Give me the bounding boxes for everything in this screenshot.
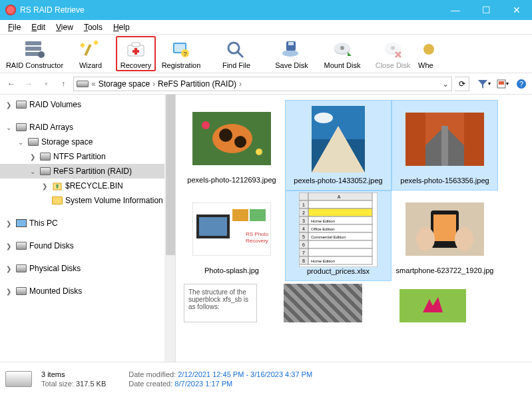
file-item[interactable]: smartphone-623722_1920.jpg: [392, 191, 498, 281]
svg-rect-63: [308, 200, 372, 208]
raid-icon: [24, 39, 45, 60]
breadcrumb[interactable]: « Storage space › ReFS Partition (RAID) …: [73, 77, 452, 91]
svg-rect-93: [433, 214, 456, 241]
file-name: smartphone-623722_1920.jpg: [396, 266, 494, 274]
menu-edit[interactable]: Edit: [26, 21, 51, 33]
crumb-storage[interactable]: Storage space: [99, 79, 150, 89]
tree-raid-volumes[interactable]: ❯RAID Volumes: [0, 97, 175, 112]
status-count: 3 items: [41, 370, 106, 378]
view-button[interactable]: ▾: [496, 77, 509, 91]
file-item[interactable]: pexels-photo-1212693.jpeg: [178, 100, 285, 191]
close-disk-button[interactable]: Close Disk: [368, 36, 418, 71]
history-dropdown[interactable]: ▾: [39, 77, 53, 91]
mount-disk-icon: [332, 39, 353, 60]
folder-icon: [52, 197, 63, 204]
file-name: pexels-photo-1433052.jpeg: [294, 177, 382, 185]
svg-rect-56: [250, 209, 266, 221]
tree-raid-arrays[interactable]: ⌄RAID Arrays: [0, 120, 175, 135]
file-thumbnail[interactable]: [284, 284, 362, 322]
toolbar-overflow[interactable]: Whe: [418, 36, 438, 71]
svg-point-94: [416, 227, 435, 251]
minimize-button[interactable]: ―: [440, 0, 471, 20]
file-item[interactable]: pexels-photo-1563356.jpeg: [392, 100, 498, 191]
drive-icon: [5, 371, 32, 387]
menubar: File Edit View Tools Help: [0, 20, 532, 35]
menu-tools[interactable]: Tools: [79, 21, 108, 33]
file-name: Photo-splash.jpg: [204, 266, 259, 274]
pc-icon: [16, 219, 27, 227]
disk-icon: [16, 287, 27, 295]
help-button[interactable]: ?: [515, 77, 528, 91]
tree-mounted-disks[interactable]: ❯Mounted Disks: [0, 284, 175, 298]
tree-this-pc[interactable]: ❯This PC: [0, 216, 175, 230]
forward-button[interactable]: →: [21, 77, 36, 91]
svg-text:Recovery: Recovery: [246, 238, 268, 244]
window-title: RS RAID Retrieve: [20, 5, 85, 15]
disk-icon: [16, 242, 27, 250]
tree-panel: ❯RAID Volumes ⌄RAID Arrays ⌄Storage spac…: [0, 95, 176, 362]
svg-point-26: [391, 46, 395, 50]
close-button[interactable]: ✕: [501, 0, 532, 20]
recovery-button[interactable]: Recovery: [116, 36, 156, 71]
back-button[interactable]: ←: [4, 77, 19, 91]
menu-file[interactable]: File: [3, 21, 26, 33]
text-preview[interactable]: The structure of the superblock xfs_sb i…: [184, 284, 257, 322]
svg-point-15: [228, 43, 239, 53]
maximize-button[interactable]: ☐: [471, 0, 501, 20]
raid-constructor-button[interactable]: RAID Constructor: [4, 36, 65, 71]
svg-rect-60: [299, 193, 308, 200]
svg-rect-81: [308, 240, 372, 248]
refresh-button[interactable]: ⟳: [455, 77, 469, 91]
file-thumbnail[interactable]: [399, 289, 466, 322]
file-grid: pexels-photo-1212693.jpegpexels-photo-14…: [176, 95, 532, 362]
registration-icon: ?: [170, 39, 192, 60]
file-item[interactable]: A123Home Edition4Office Edition5Commerci…: [285, 191, 392, 281]
svg-point-46: [314, 113, 333, 123]
tree-recycle[interactable]: ❯$RECYCLE.BIN: [0, 179, 175, 193]
svg-text:2: 2: [302, 210, 305, 215]
svg-point-40: [234, 136, 246, 148]
search-icon: [226, 39, 247, 60]
svg-rect-54: [199, 217, 227, 236]
app-logo-icon: [5, 5, 16, 15]
file-name: product_prices.xlsx: [307, 267, 370, 275]
svg-text:8: 8: [302, 258, 305, 263]
save-disk-button[interactable]: Save Disk: [266, 36, 317, 71]
breadcrumb-dropdown[interactable]: ⌄: [442, 79, 449, 89]
tree-sysvol[interactable]: System Volume Information: [0, 193, 175, 208]
svg-text:A: A: [338, 195, 341, 199]
svg-rect-51: [464, 113, 484, 166]
file-thumbnail: [405, 196, 484, 262]
close-disk-icon: [382, 39, 403, 60]
menu-help[interactable]: Help: [108, 21, 135, 33]
file-thumbnail: [405, 106, 484, 173]
file-item[interactable]: pexels-photo-1433052.jpeg: [285, 100, 392, 191]
tree-scrollbar[interactable]: [164, 95, 175, 362]
tree-refs[interactable]: ⌄ReFS Partition (RAID): [0, 164, 175, 179]
svg-point-41: [202, 121, 210, 129]
menu-view[interactable]: View: [51, 21, 79, 33]
svg-marker-5: [80, 43, 85, 48]
registration-button[interactable]: ? Registration: [156, 36, 206, 71]
find-file-button[interactable]: Find File: [206, 36, 266, 71]
save-disk-icon: [281, 39, 302, 60]
tree-storage-space[interactable]: ⌄Storage space: [0, 135, 175, 149]
file-item[interactable]: RS PhotoRecoveryPhoto-splash.jpg: [178, 191, 285, 281]
wheel-icon: [418, 39, 439, 60]
mount-disk-button[interactable]: Mount Disk: [317, 36, 368, 71]
svg-line-16: [238, 52, 243, 57]
crumb-refs[interactable]: ReFS Partition (RAID): [158, 79, 236, 89]
tree-ntfs[interactable]: ❯NTFS Partition: [0, 149, 175, 164]
svg-point-22: [340, 46, 344, 50]
up-button[interactable]: ↑: [56, 77, 71, 91]
disk-icon: [16, 264, 27, 272]
svg-text:Home Edition: Home Edition: [311, 219, 335, 223]
filter-button[interactable]: ▾: [477, 77, 491, 91]
wizard-button[interactable]: Wizard: [65, 36, 116, 71]
partition-icon: [40, 153, 51, 161]
wizard-icon: [80, 39, 101, 60]
svg-marker-6: [93, 40, 99, 45]
tree-physical-disks[interactable]: ❯Physical Disks: [0, 261, 175, 276]
svg-point-17: [282, 50, 298, 57]
tree-found-disks[interactable]: ❯Found Disks: [0, 238, 175, 253]
